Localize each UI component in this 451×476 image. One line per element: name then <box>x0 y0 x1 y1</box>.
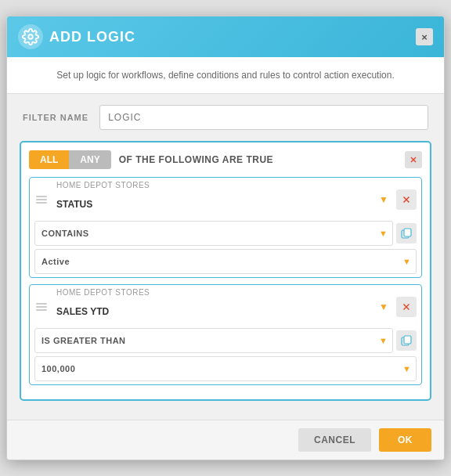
value-select-1[interactable]: Active <box>35 250 416 273</box>
condition-row: HOME DEPOT STORES STATUS ▼ <box>29 177 422 278</box>
value-row-1: Active ▼ <box>34 249 417 274</box>
svg-rect-8 <box>404 229 411 236</box>
header-left: ADD LOGIC <box>18 24 135 49</box>
condition-sub-label-1: HOME DEPOT STORES <box>53 181 391 189</box>
value-select-wrapper-1: Active ▼ <box>34 249 417 274</box>
svg-rect-13 <box>404 336 411 344</box>
operator-select-wrapper-2: IS GREATER THAN ▼ <box>34 328 393 353</box>
filter-name-label: FILTER NAME <box>23 113 88 122</box>
value-row-2: 100,000 ▼ <box>34 356 417 381</box>
dialog-header: ADD LOGIC × <box>7 16 444 57</box>
filter-name-input[interactable] <box>99 105 428 130</box>
operator-select-2[interactable]: IS GREATER THAN <box>35 329 392 352</box>
gear-icon <box>18 24 43 49</box>
field-select-wrapper-1: HOME DEPOT STORES STATUS ▼ <box>53 181 391 218</box>
ok-button[interactable]: OK <box>379 428 431 452</box>
dialog-title: ADD LOGIC <box>49 29 135 45</box>
field-select-wrapper-2: HOME DEPOT STORES SALES YTD ▼ <box>53 288 391 325</box>
all-button[interactable]: ALL <box>29 150 69 169</box>
any-button[interactable]: ANY <box>69 150 110 169</box>
group-close-button[interactable] <box>405 151 422 168</box>
field-select-1[interactable]: STATUS <box>53 191 391 218</box>
dialog-subtitle: Set up logic for workflows, define condi… <box>7 57 444 94</box>
condition-copy-button-1[interactable] <box>396 223 417 243</box>
drag-handle-2[interactable] <box>34 300 49 314</box>
svg-point-0 <box>28 34 33 39</box>
condition-header-2: HOME DEPOT STORES SALES YTD ▼ <box>34 288 417 325</box>
dialog-body: FILTER NAME ALL ANY OF THE FOLLOWING ARE… <box>7 94 444 420</box>
condition-copy-button-2[interactable] <box>396 330 417 351</box>
value-select-2[interactable]: 100,000 <box>35 357 416 380</box>
filter-name-row: FILTER NAME <box>20 105 431 130</box>
add-logic-dialog: ADD LOGIC × Set up logic for workflows, … <box>6 16 445 460</box>
condition-remove-button-1[interactable] <box>396 189 417 210</box>
cancel-button[interactable]: CANCEL <box>298 428 371 452</box>
operator-select-wrapper-1: CONTAINS ▼ <box>34 221 393 246</box>
condition-remove-button-2[interactable] <box>396 297 417 317</box>
field-select-2[interactable]: SALES YTD <box>53 298 391 325</box>
operator-row-2: IS GREATER THAN ▼ <box>34 328 417 353</box>
operator-row-1: CONTAINS ▼ <box>34 221 417 246</box>
condition-sub-label-2: HOME DEPOT STORES <box>53 288 391 297</box>
condition-header-1: HOME DEPOT STORES STATUS ▼ <box>34 181 417 218</box>
value-select-wrapper-2: 100,000 ▼ <box>34 356 417 381</box>
operator-select-1[interactable]: CONTAINS <box>35 222 392 245</box>
condition-row-2: HOME DEPOT STORES SALES YTD ▼ <box>29 284 422 385</box>
dialog-footer: CANCEL OK <box>7 420 444 460</box>
group-label: OF THE FOLLOWING ARE TRUE <box>119 154 405 165</box>
drag-handle-1[interactable] <box>34 193 49 207</box>
group-header: ALL ANY OF THE FOLLOWING ARE TRUE <box>29 150 422 169</box>
dialog-close-button[interactable]: × <box>416 28 433 45</box>
logic-group: ALL ANY OF THE FOLLOWING ARE TRUE <box>20 141 431 401</box>
